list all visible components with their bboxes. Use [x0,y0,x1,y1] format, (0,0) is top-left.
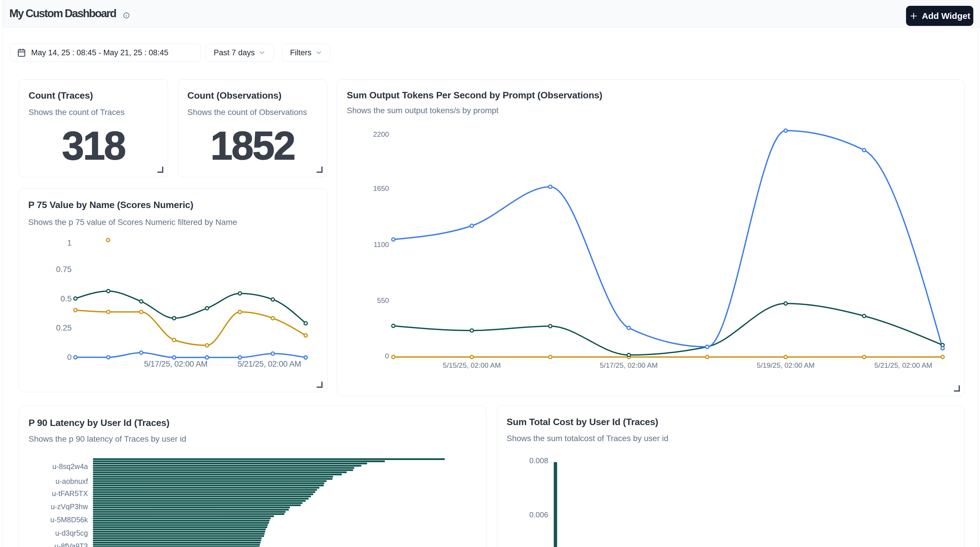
svg-text:5/17/25, 02:00 AM: 5/17/25, 02:00 AM [600,361,658,369]
svg-text:0.5: 0.5 [60,294,72,303]
svg-text:1: 1 [67,238,72,247]
svg-text:0.75: 0.75 [56,265,72,274]
svg-text:0.25: 0.25 [56,323,72,332]
svg-text:1100: 1100 [374,241,389,249]
svg-text:5/17/25, 02:00 AM: 5/17/25, 02:00 AM [144,359,207,368]
svg-text:5/21/25, 02:00 AM: 5/21/25, 02:00 AM [237,359,301,368]
svg-text:u-d3qr5cg: u-d3qr5cg [55,529,88,537]
svg-text:u-5M8D56k: u-5M8D56k [50,515,88,524]
svg-text:0: 0 [385,352,389,360]
svg-text:5/19/25, 02:00 AM: 5/19/25, 02:00 AM [757,361,815,369]
svg-text:u-aobnuxf: u-aobnuxf [56,477,88,485]
svg-text:5/21/25, 02:00 AM: 5/21/25, 02:00 AM [874,361,932,369]
svg-text:0.006: 0.006 [529,511,548,519]
svg-text:u-8sq2w4a: u-8sq2w4a [52,462,88,471]
svg-text:0: 0 [67,353,72,361]
svg-text:550: 550 [377,296,389,304]
svg-text:5/15/25, 02:00 AM: 5/15/25, 02:00 AM [443,361,501,369]
svg-text:0.008: 0.008 [529,456,548,465]
svg-text:u-tFAR5TX: u-tFAR5TX [52,489,88,498]
svg-text:u-zVqP3hw: u-zVqP3hw [51,503,88,511]
svg-text:1650: 1650 [373,184,389,192]
svg-text:2200: 2200 [373,130,389,138]
svg-text:u-8fVa9T3: u-8fVa9T3 [54,542,88,547]
